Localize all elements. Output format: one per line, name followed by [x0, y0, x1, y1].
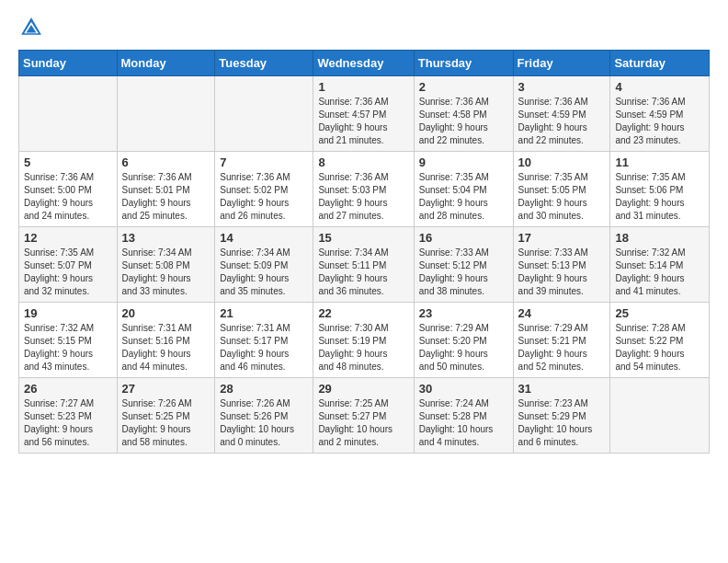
calendar-cell: 3Sunrise: 7:36 AM Sunset: 4:59 PM Daylig…	[513, 76, 610, 152]
day-number: 29	[318, 382, 408, 396]
day-number: 17	[518, 231, 606, 245]
day-number: 25	[615, 306, 704, 320]
day-number: 7	[220, 155, 308, 169]
calendar-cell: 16Sunrise: 7:33 AM Sunset: 5:12 PM Dayli…	[414, 227, 513, 303]
day-number: 14	[220, 231, 308, 245]
weekday-header-saturday: Saturday	[610, 51, 710, 76]
day-info: Sunrise: 7:27 AM Sunset: 5:23 PM Dayligh…	[24, 397, 112, 449]
day-info: Sunrise: 7:34 AM Sunset: 5:11 PM Dayligh…	[318, 247, 408, 298]
calendar: SundayMondayTuesdayWednesdayThursdayFrid…	[18, 50, 710, 454]
calendar-cell: 23Sunrise: 7:29 AM Sunset: 5:20 PM Dayli…	[414, 303, 513, 378]
calendar-week-2: 5Sunrise: 7:36 AM Sunset: 5:00 PM Daylig…	[19, 152, 710, 227]
calendar-cell: 19Sunrise: 7:32 AM Sunset: 5:15 PM Dayli…	[19, 303, 118, 378]
day-number: 1	[318, 80, 408, 94]
day-info: Sunrise: 7:24 AM Sunset: 5:28 PM Dayligh…	[419, 397, 508, 449]
calendar-cell: 9Sunrise: 7:35 AM Sunset: 5:04 PM Daylig…	[414, 152, 513, 227]
day-info: Sunrise: 7:36 AM Sunset: 4:58 PM Dayligh…	[419, 96, 508, 147]
day-info: Sunrise: 7:36 AM Sunset: 4:59 PM Dayligh…	[518, 96, 606, 147]
day-number: 22	[318, 306, 408, 320]
day-number: 8	[318, 155, 408, 169]
calendar-cell: 14Sunrise: 7:34 AM Sunset: 5:09 PM Dayli…	[215, 227, 313, 303]
calendar-cell: 12Sunrise: 7:35 AM Sunset: 5:07 PM Dayli…	[19, 227, 118, 303]
weekday-header-wednesday: Wednesday	[313, 51, 414, 76]
day-number: 15	[318, 231, 408, 245]
day-info: Sunrise: 7:25 AM Sunset: 5:27 PM Dayligh…	[318, 397, 408, 449]
calendar-cell	[610, 378, 710, 454]
calendar-cell: 2Sunrise: 7:36 AM Sunset: 4:58 PM Daylig…	[414, 76, 513, 152]
day-number: 2	[419, 80, 508, 94]
day-info: Sunrise: 7:35 AM Sunset: 5:07 PM Dayligh…	[24, 247, 112, 298]
calendar-cell: 18Sunrise: 7:32 AM Sunset: 5:14 PM Dayli…	[610, 227, 710, 303]
calendar-cell: 27Sunrise: 7:26 AM Sunset: 5:25 PM Dayli…	[117, 378, 215, 454]
calendar-cell: 30Sunrise: 7:24 AM Sunset: 5:28 PM Dayli…	[414, 378, 513, 454]
day-info: Sunrise: 7:35 AM Sunset: 5:05 PM Dayligh…	[518, 171, 606, 223]
day-info: Sunrise: 7:26 AM Sunset: 5:25 PM Dayligh…	[122, 397, 210, 449]
calendar-cell: 20Sunrise: 7:31 AM Sunset: 5:16 PM Dayli…	[117, 303, 215, 378]
day-number: 6	[122, 155, 210, 169]
calendar-week-4: 19Sunrise: 7:32 AM Sunset: 5:15 PM Dayli…	[19, 303, 710, 378]
calendar-week-3: 12Sunrise: 7:35 AM Sunset: 5:07 PM Dayli…	[19, 227, 710, 303]
day-number: 9	[419, 155, 508, 169]
calendar-cell: 24Sunrise: 7:29 AM Sunset: 5:21 PM Dayli…	[513, 303, 610, 378]
day-info: Sunrise: 7:28 AM Sunset: 5:22 PM Dayligh…	[615, 322, 704, 373]
day-number: 10	[518, 155, 606, 169]
calendar-cell: 10Sunrise: 7:35 AM Sunset: 5:05 PM Dayli…	[513, 152, 610, 227]
calendar-cell: 6Sunrise: 7:36 AM Sunset: 5:01 PM Daylig…	[117, 152, 215, 227]
day-number: 23	[419, 306, 508, 320]
day-number: 12	[24, 231, 112, 245]
page: SundayMondayTuesdayWednesdayThursdayFrid…	[0, 0, 728, 468]
calendar-cell	[19, 76, 118, 152]
day-info: Sunrise: 7:36 AM Sunset: 5:00 PM Dayligh…	[24, 171, 112, 223]
day-info: Sunrise: 7:31 AM Sunset: 5:17 PM Dayligh…	[220, 322, 308, 373]
day-info: Sunrise: 7:32 AM Sunset: 5:15 PM Dayligh…	[24, 322, 112, 373]
calendar-cell: 15Sunrise: 7:34 AM Sunset: 5:11 PM Dayli…	[313, 227, 414, 303]
day-info: Sunrise: 7:23 AM Sunset: 5:29 PM Dayligh…	[518, 397, 606, 449]
day-number: 24	[518, 306, 606, 320]
calendar-cell	[117, 76, 215, 152]
logo	[18, 15, 48, 40]
weekday-header-row: SundayMondayTuesdayWednesdayThursdayFrid…	[19, 51, 710, 76]
calendar-cell: 8Sunrise: 7:36 AM Sunset: 5:03 PM Daylig…	[313, 152, 414, 227]
day-info: Sunrise: 7:34 AM Sunset: 5:09 PM Dayligh…	[220, 247, 308, 298]
calendar-cell: 17Sunrise: 7:33 AM Sunset: 5:13 PM Dayli…	[513, 227, 610, 303]
calendar-cell: 5Sunrise: 7:36 AM Sunset: 5:00 PM Daylig…	[19, 152, 118, 227]
day-number: 4	[615, 80, 704, 94]
day-number: 27	[122, 382, 210, 396]
day-number: 28	[220, 382, 308, 396]
day-number: 31	[518, 382, 606, 396]
weekday-header-sunday: Sunday	[19, 51, 118, 76]
day-number: 19	[24, 306, 112, 320]
day-info: Sunrise: 7:36 AM Sunset: 5:03 PM Dayligh…	[318, 171, 408, 223]
calendar-cell: 26Sunrise: 7:27 AM Sunset: 5:23 PM Dayli…	[19, 378, 118, 454]
calendar-cell: 25Sunrise: 7:28 AM Sunset: 5:22 PM Dayli…	[610, 303, 710, 378]
calendar-cell: 21Sunrise: 7:31 AM Sunset: 5:17 PM Dayli…	[215, 303, 313, 378]
calendar-cell: 22Sunrise: 7:30 AM Sunset: 5:19 PM Dayli…	[313, 303, 414, 378]
weekday-header-tuesday: Tuesday	[215, 51, 313, 76]
day-info: Sunrise: 7:31 AM Sunset: 5:16 PM Dayligh…	[122, 322, 210, 373]
day-info: Sunrise: 7:29 AM Sunset: 5:21 PM Dayligh…	[518, 322, 606, 373]
day-info: Sunrise: 7:34 AM Sunset: 5:08 PM Dayligh…	[122, 247, 210, 298]
day-number: 20	[122, 306, 210, 320]
day-number: 13	[122, 231, 210, 245]
day-info: Sunrise: 7:29 AM Sunset: 5:20 PM Dayligh…	[419, 322, 508, 373]
calendar-cell	[215, 76, 313, 152]
day-info: Sunrise: 7:33 AM Sunset: 5:13 PM Dayligh…	[518, 247, 606, 298]
day-info: Sunrise: 7:36 AM Sunset: 5:01 PM Dayligh…	[122, 171, 210, 223]
calendar-cell: 7Sunrise: 7:36 AM Sunset: 5:02 PM Daylig…	[215, 152, 313, 227]
calendar-week-5: 26Sunrise: 7:27 AM Sunset: 5:23 PM Dayli…	[19, 378, 710, 454]
day-number: 11	[615, 155, 704, 169]
day-info: Sunrise: 7:33 AM Sunset: 5:12 PM Dayligh…	[419, 247, 508, 298]
day-info: Sunrise: 7:36 AM Sunset: 5:02 PM Dayligh…	[220, 171, 308, 223]
day-info: Sunrise: 7:35 AM Sunset: 5:04 PM Dayligh…	[419, 171, 508, 223]
day-info: Sunrise: 7:36 AM Sunset: 4:57 PM Dayligh…	[318, 96, 408, 147]
calendar-week-1: 1Sunrise: 7:36 AM Sunset: 4:57 PM Daylig…	[19, 76, 710, 152]
day-number: 5	[24, 155, 112, 169]
day-number: 26	[24, 382, 112, 396]
weekday-header-monday: Monday	[117, 51, 215, 76]
weekday-header-friday: Friday	[513, 51, 610, 76]
day-number: 3	[518, 80, 606, 94]
calendar-cell: 29Sunrise: 7:25 AM Sunset: 5:27 PM Dayli…	[313, 378, 414, 454]
calendar-cell: 31Sunrise: 7:23 AM Sunset: 5:29 PM Dayli…	[513, 378, 610, 454]
logo-icon	[18, 15, 44, 40]
day-info: Sunrise: 7:36 AM Sunset: 4:59 PM Dayligh…	[615, 96, 704, 147]
